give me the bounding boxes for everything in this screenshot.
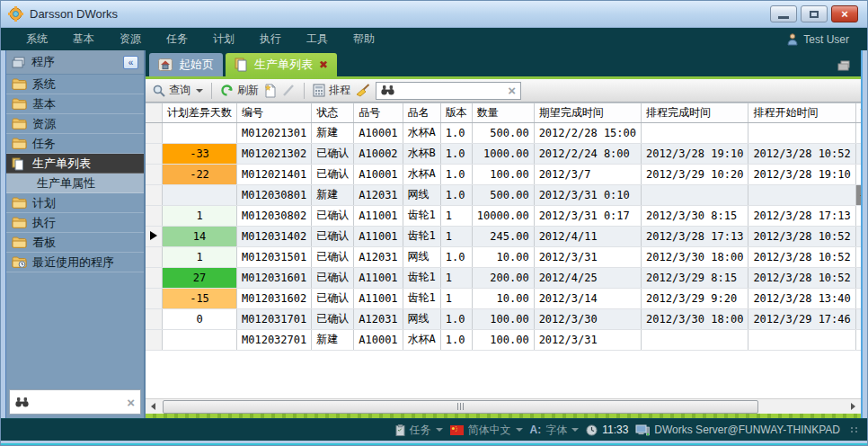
refresh-button[interactable]: 刷新 xyxy=(220,83,259,98)
scrollbar-track[interactable] xyxy=(161,400,846,414)
menu-item[interactable]: 系统 xyxy=(13,28,60,50)
sidebar-item-看板[interactable]: 看板 xyxy=(6,233,144,253)
table-cell: 网线 xyxy=(403,184,440,205)
statusbar-task-menu[interactable]: 任务 xyxy=(395,423,443,438)
table-row[interactable]: 0M012031701已确认A12031网线1.0100.002012/3/30… xyxy=(146,308,861,329)
table-cell: 1 xyxy=(163,205,237,226)
sidebar-search-clear-icon[interactable]: × xyxy=(127,395,135,410)
programs-icon xyxy=(12,57,26,68)
tab-list-icon[interactable] xyxy=(837,60,861,76)
menu-item[interactable]: 任务 xyxy=(154,28,200,50)
table-row[interactable]: 1M012030802已确认A11001齿轮1110000.002012/3/3… xyxy=(146,205,861,226)
column-header[interactable]: 编号 xyxy=(237,103,312,122)
schedule-button[interactable]: 排程 xyxy=(313,83,350,98)
column-header[interactable]: 品号 xyxy=(354,103,403,122)
column-header[interactable]: 期望完成时间 xyxy=(534,103,641,122)
tab-home[interactable]: 起始页 xyxy=(149,53,223,76)
menu-item[interactable]: 资源 xyxy=(107,28,154,50)
toolbar-search-input[interactable] xyxy=(398,85,504,97)
column-header[interactable]: 计划差异天数 xyxy=(163,103,237,122)
column-header[interactable]: 品名 xyxy=(403,103,440,122)
scroll-left-icon[interactable] xyxy=(146,399,161,415)
table-row[interactable]: -15M012031602已确认A11001齿轮1110.002012/3/14… xyxy=(146,288,861,308)
menu-item[interactable]: 帮助 xyxy=(341,28,387,50)
table-cell: 2012/3/28 10:52 xyxy=(748,226,855,246)
clean-button[interactable] xyxy=(356,84,370,97)
scroll-right-icon[interactable] xyxy=(846,399,861,415)
folder-icon xyxy=(12,197,27,210)
row-selector-cell[interactable] xyxy=(146,329,163,350)
sidebar-collapse-button[interactable]: « xyxy=(123,56,138,69)
sidebar-search-input[interactable] xyxy=(29,396,127,408)
query-button[interactable]: 查询 xyxy=(153,83,203,98)
resize-grip[interactable] xyxy=(851,427,858,433)
sidebar-item-执行[interactable]: 执行 xyxy=(6,213,144,233)
row-selector-cell[interactable] xyxy=(146,267,163,288)
table-row[interactable]: M012021301新建A10001水杯A1.0500.002012/2/28 … xyxy=(146,122,861,143)
sidebar-item-生产单列表[interactable]: 生产单列表 xyxy=(6,154,144,174)
close-button[interactable]: × xyxy=(831,5,858,22)
column-header[interactable]: 状态 xyxy=(312,103,354,122)
row-selector-cell[interactable] xyxy=(146,143,163,164)
statusbar-language-menu[interactable]: 简体中文 xyxy=(450,423,523,438)
row-selector-cell[interactable] xyxy=(146,205,163,226)
tab-close-icon[interactable]: ✖ xyxy=(319,58,328,71)
menu-item[interactable]: 基本 xyxy=(60,28,107,50)
edit-button[interactable] xyxy=(282,84,296,97)
table-cell: -22 xyxy=(163,164,237,184)
column-header[interactable]: 排程开始时间 xyxy=(748,103,855,122)
table-row[interactable]: -22M012021401已确认A10001水杯A1.0100.002012/3… xyxy=(146,164,861,184)
data-grid: 计划差异天数编号状态品号品名版本数量期望完成时间排程完成时间排程开始时间前 M0… xyxy=(146,103,861,398)
sidebar-item-label: 资源 xyxy=(32,116,56,132)
minimize-button[interactable] xyxy=(770,5,797,22)
scrollbar-thumb[interactable] xyxy=(163,400,758,414)
table-cell: 100.00 xyxy=(472,329,534,350)
table-cell: 2012/4/11 xyxy=(534,226,641,246)
row-selector-cell[interactable] xyxy=(146,288,163,308)
row-selector-cell[interactable] xyxy=(146,164,163,184)
statusbar-font-menu[interactable]: A: 字体 xyxy=(530,423,580,438)
toolbar: 查询 刷新 xyxy=(146,79,861,103)
table-cell: 2012/3/31 0:17 xyxy=(534,205,641,226)
table-row[interactable]: M012032701新建A10001水杯A1.0100.002012/3/31 xyxy=(146,329,861,350)
column-header[interactable]: 排程完成时间 xyxy=(642,103,748,122)
sidebar-item-最近使用的程序[interactable]: 最近使用的程序 xyxy=(6,253,144,272)
user-area[interactable]: Test User xyxy=(787,33,855,46)
table-cell: M012031402 xyxy=(237,226,312,246)
menu-item[interactable]: 工具 xyxy=(294,28,341,50)
menu-item[interactable]: 执行 xyxy=(247,28,294,50)
row-selector-cell[interactable] xyxy=(146,308,163,329)
new-record-button[interactable] xyxy=(264,84,277,98)
sidebar-item-基本[interactable]: 基本 xyxy=(6,94,144,114)
table-row[interactable]: -33M012021302已确认A10002水杯B1.01000.002012/… xyxy=(146,143,861,164)
row-selector-cell[interactable] xyxy=(146,184,163,205)
table-row[interactable]: 1M012031501已确认A12031网线1.010.002012/3/312… xyxy=(146,246,861,267)
sidebar-item-计划[interactable]: 计划 xyxy=(6,193,144,213)
sidebar-item-资源[interactable]: 资源 xyxy=(6,114,144,134)
column-header[interactable]: 数量 xyxy=(472,103,534,122)
horizontal-scrollbar[interactable] xyxy=(146,398,861,414)
sidebar-item-label: 计划 xyxy=(32,195,56,211)
sidebar: 程序 « 系统基本资源任务生产单列表生产单属性计划执行看板最近使用的程序 × xyxy=(5,50,146,418)
column-header[interactable]: 前 xyxy=(855,103,861,122)
current-row-indicator[interactable] xyxy=(146,226,163,246)
table-cell: # xyxy=(855,184,861,205)
sidebar-item-生产单属性[interactable]: 生产单属性 xyxy=(6,174,144,193)
folder-icon xyxy=(12,78,27,91)
row-selector-cell[interactable] xyxy=(146,246,163,267)
table-row[interactable]: 14M012031402已确认A11001齿轮11245.002012/4/11… xyxy=(146,226,861,246)
column-header[interactable]: 版本 xyxy=(440,103,472,122)
language-label: 简体中文 xyxy=(468,423,511,438)
toolbar-search-clear-icon[interactable]: × xyxy=(508,83,516,98)
sidebar-item-系统[interactable]: 系统 xyxy=(6,75,144,94)
recent-folder-icon xyxy=(12,256,27,269)
tab-production-order-list[interactable]: 生产单列表 ✖ xyxy=(226,53,337,76)
maximize-button[interactable] xyxy=(801,5,828,22)
sidebar-item-任务[interactable]: 任务 xyxy=(6,134,144,154)
table-row[interactable]: 27M012031601已确认A11001齿轮11200.002012/4/25… xyxy=(146,267,861,288)
row-selector-cell[interactable] xyxy=(146,122,163,143)
table-cell: 1.0 xyxy=(440,308,472,329)
table-row[interactable]: M012030801新建A12031网线1.0500.002012/3/31 0… xyxy=(146,184,861,205)
menu-item[interactable]: 计划 xyxy=(200,28,247,50)
table-cell: A11001 xyxy=(354,288,403,308)
